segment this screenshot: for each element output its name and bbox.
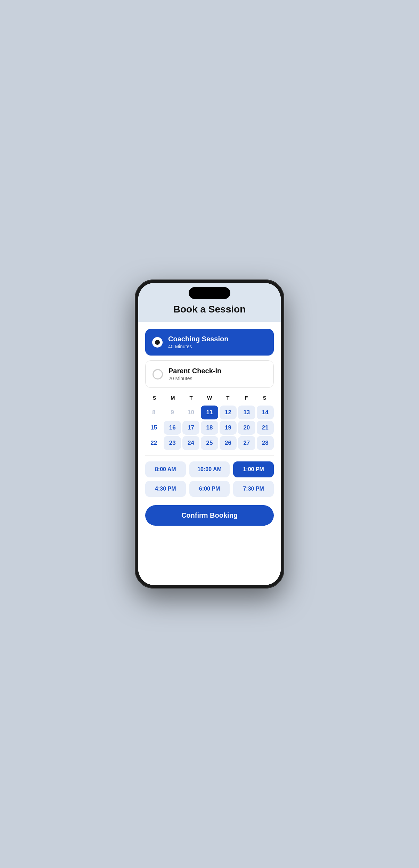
calendar-day-8: 8 [145,406,162,419]
dynamic-island [189,287,230,299]
calendar-grid: 8 9 10 11 12 13 14 15 16 17 18 19 20 21 [145,406,274,450]
day-label-t2: T [219,393,237,403]
calendar-day-24[interactable]: 24 [182,436,199,450]
calendar-day-19[interactable]: 19 [220,421,237,435]
phone-screen: Book a Session Coaching Session 40 Minut… [138,283,281,585]
calendar-day-9: 9 [164,406,181,419]
parent-checkin-duration: 20 Minutes [169,376,221,381]
section-divider [145,456,274,456]
coaching-radio [152,337,163,348]
coaching-session-duration: 40 Minutes [168,344,228,349]
calendar-day-14[interactable]: 14 [257,406,274,419]
calendar: S M T W T F S 8 9 10 11 12 13 14 [145,393,274,450]
calendar-days-header: S M T W T F S [145,393,274,403]
calendar-day-26[interactable]: 26 [220,436,237,450]
calendar-day-12[interactable]: 12 [220,406,237,419]
calendar-day-13[interactable]: 13 [238,406,255,419]
time-slot-1000am[interactable]: 10:00 AM [189,461,230,477]
time-slot-100pm[interactable]: 1:00 PM [233,461,274,477]
time-slot-600pm[interactable]: 6:00 PM [189,481,230,497]
calendar-day-28[interactable]: 28 [257,436,274,450]
main-content: Coaching Session 40 Minutes Parent Check… [138,322,281,585]
day-label-s2: S [255,393,274,403]
time-slot-730pm[interactable]: 7:30 PM [233,481,274,497]
calendar-day-22[interactable]: 22 [145,436,162,450]
calendar-day-16[interactable]: 16 [164,421,181,435]
page-header: Book a Session [138,300,281,322]
coaching-session-card[interactable]: Coaching Session 40 Minutes [145,329,274,356]
time-slots-grid: 8:00 AM 10:00 AM 1:00 PM 4:30 PM 6:00 PM… [145,461,274,497]
calendar-day-20[interactable]: 20 [238,421,255,435]
day-label-m: M [164,393,182,403]
calendar-day-15[interactable]: 15 [145,421,162,435]
day-label-w: W [200,393,219,403]
calendar-day-18[interactable]: 18 [201,421,218,435]
parent-checkin-card[interactable]: Parent Check-In 20 Minutes [145,360,274,388]
calendar-day-27[interactable]: 27 [238,436,255,450]
calendar-day-21[interactable]: 21 [257,421,274,435]
calendar-day-17[interactable]: 17 [182,421,199,435]
phone-frame: Book a Session Coaching Session 40 Minut… [135,279,284,589]
day-label-f: F [237,393,255,403]
parent-checkin-radio [153,369,163,379]
page-title: Book a Session [145,304,274,315]
coaching-session-name: Coaching Session [168,335,228,343]
time-slot-800am[interactable]: 8:00 AM [145,461,186,477]
parent-checkin-name: Parent Check-In [169,367,221,375]
calendar-day-10: 10 [182,406,199,419]
day-label-s1: S [145,393,164,403]
day-label-t1: T [182,393,200,403]
parent-checkin-info: Parent Check-In 20 Minutes [169,367,221,381]
calendar-day-23[interactable]: 23 [164,436,181,450]
confirm-booking-button[interactable]: Confirm Booking [145,505,274,526]
coaching-session-info: Coaching Session 40 Minutes [168,335,228,349]
calendar-day-25[interactable]: 25 [201,436,218,450]
calendar-day-11[interactable]: 11 [201,406,218,419]
time-slot-430pm[interactable]: 4:30 PM [145,481,186,497]
